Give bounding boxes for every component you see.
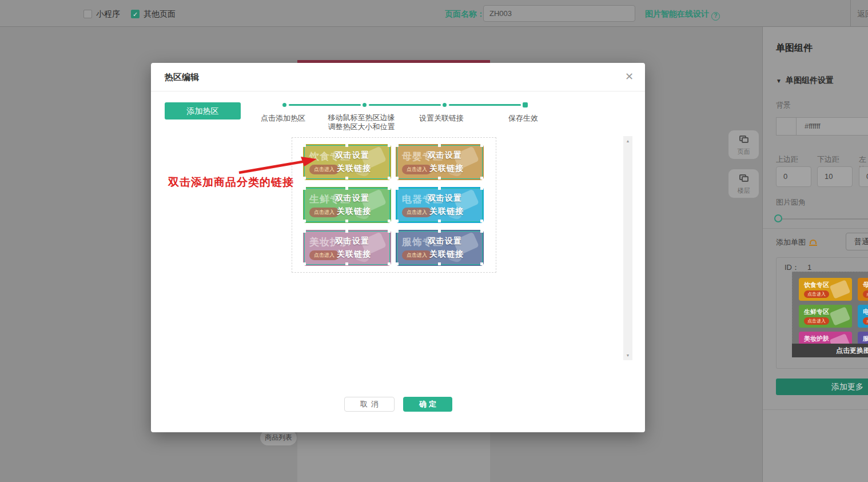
background-label: 背景: [776, 100, 791, 110]
step-dot-3: [443, 103, 447, 107]
modal-header: 热区编辑 ✕: [151, 63, 645, 91]
floor-nav-button[interactable]: 楼层: [728, 169, 759, 198]
page-name-input[interactable]: ZH003: [483, 5, 635, 22]
radius-slider-track[interactable]: [776, 218, 868, 220]
margin-bottom-input[interactable]: 10: [817, 166, 853, 187]
page-nav-label: 页面: [728, 148, 759, 156]
background-color-input[interactable]: #ffffff: [797, 117, 868, 136]
product-list-tag[interactable]: 商品列表: [260, 430, 297, 445]
add-hotspot-button[interactable]: 添加热区: [165, 102, 241, 119]
image-item-card: ID：1 饮食专区点击进入 母婴专区点击进入 生鲜专区点击进入 电器专区点击进入…: [776, 257, 868, 369]
step-label-1: 点击添加热区: [261, 113, 305, 124]
floor-nav-label: 楼层: [728, 186, 759, 195]
sidebar-divider: [763, 228, 868, 229]
margin-bottom-label: 下边距: [817, 154, 839, 165]
thumb-tile: 生鲜专区点击进入: [799, 305, 852, 328]
app-root: 小程序 ✓ 其他页面 页面名称： ZH003 图片智能在线设计? 返回 商品列表…: [0, 0, 868, 482]
tile-beauty[interactable]: 美妆护肤点击进入 双击设置关联链接: [303, 230, 391, 266]
annotation-arrow: [236, 154, 320, 177]
page-name-label: 页面名称：: [445, 9, 485, 19]
sidebar-title: 单图组件: [776, 42, 813, 54]
page-preview-canvas: [297, 432, 490, 482]
radius-slider-handle[interactable]: [774, 214, 782, 222]
help-icon[interactable]: ?: [711, 12, 720, 21]
smart-design-link[interactable]: 图片智能在线设计?: [645, 9, 720, 21]
margin-top-input[interactable]: 0: [776, 166, 811, 187]
step-label-2: 移动鼠标至热区边缘调整热区大小和位置: [325, 113, 398, 132]
back-button[interactable]: 返回: [857, 9, 868, 19]
layers-icon: [739, 174, 748, 182]
change-image-button[interactable]: 点击更换图片: [792, 344, 868, 357]
step-label-4: 保存生效: [508, 113, 538, 124]
alarm-icon: [809, 239, 817, 246]
tile-clothing[interactable]: 服饰专区点击进入 双击设置关联链接: [396, 230, 484, 266]
confirm-button[interactable]: 确定: [403, 397, 452, 412]
step-dot-4: [523, 102, 528, 107]
sidebar-divider-bottom: [763, 409, 868, 410]
step-dot-2: [363, 103, 367, 107]
thumb-tile: 饮食专区点击进入: [799, 278, 852, 301]
scroll-up-icon[interactable]: ▲: [623, 139, 632, 143]
top-toolbar: 小程序 ✓ 其他页面 页面名称： ZH003 图片智能在线设计? 返回: [0, 0, 868, 27]
cancel-button[interactable]: 取消: [344, 397, 395, 412]
tile-fresh[interactable]: 生鲜专区点击进入 双击设置关联链接: [303, 187, 391, 223]
image-radius-label: 图片圆角: [776, 197, 806, 208]
topbar-divider: [850, 0, 851, 27]
normal-mode-button[interactable]: 普通模式: [846, 233, 868, 250]
add-more-button[interactable]: 添加更多: [776, 379, 868, 395]
tile-baby[interactable]: 母婴专区点击进入 双击设置关联链接: [396, 144, 484, 180]
modal-scrollbar[interactable]: ▲ ▼: [623, 136, 632, 360]
margin-top-label: 上边距: [776, 154, 798, 165]
tile-appliance[interactable]: 电器专区点击进入 双击设置关联链接: [396, 187, 484, 223]
step-dot-1: [282, 103, 286, 107]
step-line-1: [289, 104, 361, 106]
hotspot-editor-modal: 热区编辑 ✕ 添加热区 点击添加热区 移动鼠标至热区边缘调整热区大小和位置 设置…: [151, 63, 645, 432]
other-page-checkbox[interactable]: ✓: [131, 10, 140, 18]
settings-sidebar: 单图组件 ▼单图组件设置 背景 #ffffff 上边距 下边距 左边距 0 10…: [762, 27, 868, 482]
id-label: ID：: [785, 263, 799, 272]
mini-program-checkbox[interactable]: [83, 10, 92, 18]
check-icon: ✓: [133, 11, 138, 18]
thumb-tile: 母婴专区点击进入: [858, 278, 868, 301]
other-page-label: 其他页面: [144, 9, 176, 19]
pages-icon: [739, 136, 748, 143]
step-line-2: [369, 104, 441, 106]
mini-program-label: 小程序: [96, 9, 120, 19]
page-nav-button[interactable]: 页面: [728, 130, 759, 159]
caret-down-icon: ▼: [776, 78, 782, 84]
add-single-image-label: 添加单图: [776, 237, 817, 248]
scroll-down-icon[interactable]: ▼: [623, 353, 632, 357]
modal-title: 热区编辑: [165, 72, 199, 83]
background-color-swatch[interactable]: [776, 117, 797, 136]
component-settings-header[interactable]: ▼单图组件设置: [776, 75, 834, 86]
close-icon[interactable]: ✕: [625, 70, 634, 83]
margin-left-input[interactable]: 0: [859, 166, 868, 187]
step-line-3: [449, 104, 521, 106]
step-label-3: 设置关联链接: [419, 113, 464, 124]
thumb-tile: 电器专区点击进入: [858, 305, 868, 328]
id-value: 1: [807, 263, 811, 272]
